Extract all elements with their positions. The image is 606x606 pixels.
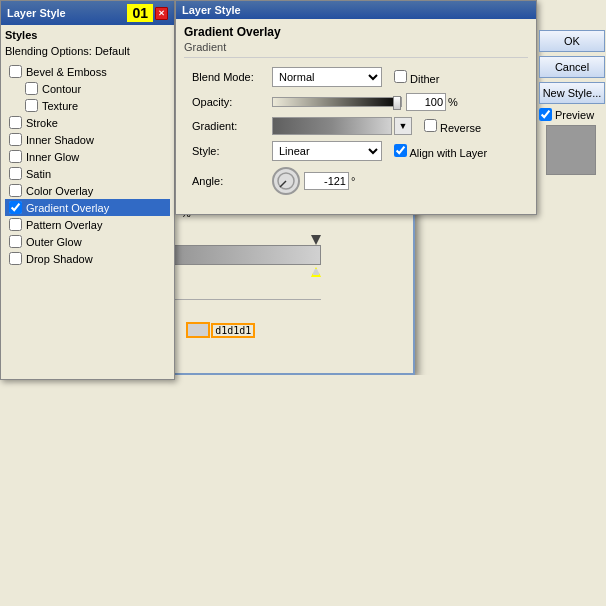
dither-label: Dither [410, 73, 439, 85]
angle-row: Angle: ° [184, 164, 528, 198]
angle-label: Angle: [192, 175, 272, 187]
blending-options-label[interactable]: Blending Options: Default [5, 45, 170, 57]
angle-dial-svg [276, 171, 296, 191]
opacity-input[interactable] [406, 93, 446, 111]
gradient-overlay-title: Layer Style [182, 4, 241, 16]
angle-dial[interactable] [272, 167, 300, 195]
sidebar-item-outer-glow[interactable]: Outer Glow [5, 233, 170, 250]
drop-shadow-checkbox[interactable] [9, 252, 22, 265]
gradient-overlay-panel: Layer Style Gradient Overlay Gradient Bl… [175, 0, 537, 215]
align-layer-checkbox[interactable] [394, 144, 407, 157]
inner-glow-checkbox[interactable] [9, 150, 22, 163]
style-label: Style: [192, 145, 272, 157]
color-stop-100[interactable] [311, 267, 321, 277]
gradient-overlay-title-bar: Layer Style [176, 1, 536, 19]
align-layer-row: Align with Layer [394, 144, 487, 159]
cancel-button[interactable]: Cancel [539, 56, 605, 78]
window-controls: ✕ [155, 7, 168, 20]
dither-checkbox-row: Dither [394, 70, 439, 85]
new-style-button[interactable]: New Style... [539, 82, 605, 104]
gradient-preview[interactable] [272, 117, 392, 135]
angle-degree: ° [351, 175, 355, 187]
ok-button[interactable]: OK [539, 30, 605, 52]
gradient-overlay-checkbox[interactable] [9, 201, 22, 214]
gradient-overlay-content: Gradient Overlay Gradient Blend Mode: No… [176, 19, 536, 204]
inner-shadow-checkbox[interactable] [9, 133, 22, 146]
reverse-checkbox[interactable] [424, 119, 437, 132]
panel-subheader: Gradient [184, 41, 528, 58]
inner-glow-label: Inner Glow [26, 151, 79, 163]
gradient-picker-button[interactable]: ▼ [394, 117, 412, 135]
blend-mode-label: Blend Mode: [192, 71, 272, 83]
reverse-row: Reverse [424, 119, 481, 134]
opacity-thumb[interactable] [393, 96, 401, 110]
preview-area [546, 125, 596, 175]
stop-color-box-100[interactable] [186, 322, 210, 338]
opacity-slider[interactable] [272, 97, 402, 107]
gradient-label: Gradient: [192, 120, 272, 132]
sidebar-item-inner-glow[interactable]: Inner Glow [5, 148, 170, 165]
preview-row: Preview [539, 108, 603, 121]
reverse-label: Reverse [440, 122, 481, 134]
stroke-label: Stroke [26, 117, 58, 129]
align-layer-label: Align with Layer [409, 147, 487, 159]
contour-checkbox[interactable] [25, 82, 38, 95]
color-overlay-label: Color Overlay [26, 185, 93, 197]
preview-checkbox[interactable] [539, 108, 552, 121]
close-button[interactable]: ✕ [155, 7, 168, 20]
stop-item-100: d1d1d1 [186, 322, 253, 338]
opacity-unit: % [448, 96, 458, 108]
outer-glow-label: Outer Glow [26, 236, 82, 248]
sidebar-item-drop-shadow[interactable]: Drop Shadow [5, 250, 170, 267]
satin-label: Satin [26, 168, 51, 180]
outer-glow-checkbox[interactable] [9, 235, 22, 248]
sidebar-item-texture[interactable]: Texture [5, 97, 170, 114]
dither-checkbox[interactable] [394, 70, 407, 83]
sidebar-item-contour[interactable]: Contour [5, 80, 170, 97]
opacity-stop-right[interactable] [311, 235, 321, 245]
style-select[interactable]: Linear Radial Angle [272, 141, 382, 161]
texture-label: Texture [42, 100, 78, 112]
stop-color-label-100: d1d1d1 [213, 325, 253, 336]
sidebar-item-gradient-overlay[interactable]: Gradient Overlay [5, 199, 170, 216]
drop-shadow-label: Drop Shadow [26, 253, 93, 265]
stroke-checkbox[interactable] [9, 116, 22, 129]
styles-label: Styles [5, 29, 170, 41]
sidebar-item-satin[interactable]: Satin [5, 165, 170, 182]
satin-checkbox[interactable] [9, 167, 22, 180]
panel-header: Gradient Overlay [184, 25, 528, 39]
inner-shadow-label: Inner Shadow [26, 134, 94, 146]
bevel-label: Bevel & Emboss [26, 66, 107, 78]
pattern-overlay-label: Pattern Overlay [26, 219, 102, 231]
sidebar-item-inner-shadow[interactable]: Inner Shadow [5, 131, 170, 148]
sidebar-item-color-overlay[interactable]: Color Overlay [5, 182, 170, 199]
sidebar-item-bevel[interactable]: Bevel & Emboss [5, 63, 170, 80]
pattern-overlay-checkbox[interactable] [9, 218, 22, 231]
gradient-row: Gradient: ▼ Reverse [184, 114, 528, 138]
sidebar-content: Styles Blending Options: Default Bevel &… [1, 25, 174, 271]
gradient-overlay-label: Gradient Overlay [26, 202, 109, 214]
title-number: 01 [127, 4, 153, 22]
blend-mode-row: Blend Mode: Normal Multiply Screen Dithe… [184, 64, 528, 90]
opacity-label: Opacity: [192, 96, 272, 108]
texture-checkbox[interactable] [25, 99, 38, 112]
bevel-checkbox[interactable] [9, 65, 22, 78]
contour-label: Contour [42, 83, 81, 95]
layer-style-title: Layer Style [7, 7, 66, 19]
opacity-row: Opacity: % [184, 90, 528, 114]
angle-input[interactable] [304, 172, 349, 190]
color-overlay-checkbox[interactable] [9, 184, 22, 197]
layer-style-window: Layer Style 01 ✕ Styles Blending Options… [0, 0, 175, 375]
style-row: Style: Linear Radial Angle Align with La… [184, 138, 528, 164]
preview-label: Preview [555, 109, 594, 121]
layer-style-title-bar: Layer Style 01 ✕ [1, 1, 174, 25]
buttons-panel: OK Cancel New Style... Preview [537, 0, 605, 183]
blend-mode-select[interactable]: Normal Multiply Screen [272, 67, 382, 87]
sidebar-item-pattern-overlay[interactable]: Pattern Overlay [5, 216, 170, 233]
sidebar-item-stroke[interactable]: Stroke [5, 114, 170, 131]
